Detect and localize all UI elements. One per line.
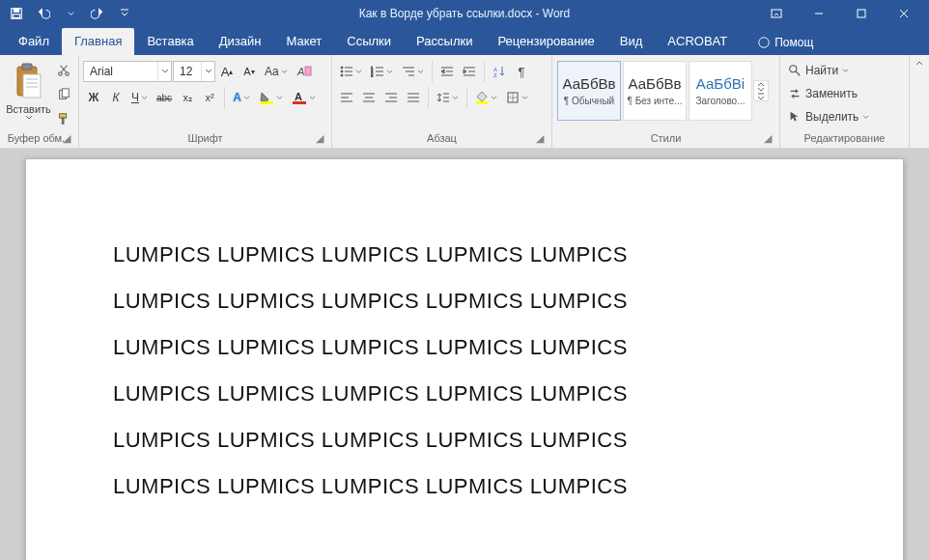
copy-button[interactable] [53,83,74,106]
paragraph-launcher-icon[interactable]: ◢ [534,132,546,144]
clear-formatting-button[interactable]: A [293,60,316,83]
view-tab[interactable]: Вид [607,28,656,55]
styles-scrollbar [753,80,769,101]
italic-button[interactable]: К [105,86,127,109]
file-tab[interactable]: Файл [6,28,62,55]
replace-label: Заменить [805,87,858,100]
svg-line-19 [61,66,67,72]
close-button[interactable] [883,0,925,27]
paragraph-group: 123 AZ ¶ Абзац [332,55,552,148]
style-preview: АаБбВі [696,75,745,92]
format-painter-button[interactable] [53,107,74,130]
grow-font-button[interactable]: A▴ [216,60,238,83]
styles-expand[interactable] [754,93,768,100]
svg-rect-67 [476,101,488,104]
subscript-button[interactable]: x₂ [177,86,198,109]
svg-rect-21 [62,89,69,98]
document-line[interactable]: LUMPICS LUPMICS LUMPICS LUPMICS LUMPICS [113,428,816,453]
increase-indent-button[interactable] [459,60,480,83]
align-right-button[interactable] [380,86,402,109]
minimize-button[interactable] [798,0,840,27]
font-group: Arial 12 A▴ A▾ Aa A Ж К Ч abc x₂ x² [79,55,332,148]
font-color-button[interactable]: A [288,86,320,109]
text-effects-button[interactable]: A [229,86,254,109]
document-line[interactable]: LUMPICS LUPMICS LUMPICS LUPMICS LUMPICS [113,242,816,267]
clipboard-group-label: Буфер обм... ◢ [4,130,74,148]
layout-tab[interactable]: Макет [273,28,334,55]
select-button[interactable]: Выделить [784,106,873,127]
svg-rect-25 [305,67,311,75]
undo-dropdown[interactable] [58,1,83,26]
numbering-button[interactable]: 123 [367,60,397,83]
document-line[interactable]: LUMPICS LUPMICS LUMPICS LUPMICS LUMPICS [113,381,816,406]
align-center-button[interactable] [358,86,380,109]
strikethrough-button[interactable]: abc [153,86,176,109]
style-no-spacing[interactable]: АаБбВв ¶ Без инте... [623,61,687,121]
svg-point-31 [341,70,343,72]
sort-button[interactable]: AZ [489,60,510,83]
styles-launcher-icon[interactable]: ◢ [762,132,774,144]
svg-text:Z: Z [493,72,497,78]
maximize-button[interactable] [840,0,883,27]
superscript-button[interactable]: x² [199,86,220,109]
svg-rect-11 [22,64,32,70]
paragraph-group-label: Абзац ◢ [336,130,548,148]
home-tab[interactable]: Главная [62,28,134,55]
quick-access-toolbar [4,1,137,26]
svg-text:A: A [295,91,302,102]
chevron-down-icon [201,62,214,81]
align-left-button[interactable] [336,86,357,109]
review-tab[interactable]: Рецензирование [485,28,606,55]
shrink-font-button[interactable]: A▾ [239,60,260,83]
bold-button[interactable]: Ж [83,86,104,109]
document-line[interactable]: LUMPICS LUPMICS LUMPICS LUPMICS LUMPICS [113,289,816,314]
font-launcher-icon[interactable]: ◢ [314,132,325,144]
undo-button[interactable] [31,1,56,26]
show-marks-button[interactable]: ¶ [511,60,532,83]
save-button[interactable] [4,1,29,26]
redo-button[interactable] [85,1,110,26]
font-size-combo[interactable]: 12 [173,61,215,82]
font-name-combo[interactable]: Arial [83,61,172,82]
multilevel-list-button[interactable] [398,60,428,83]
mailings-tab[interactable]: Рассылки [404,28,485,55]
design-tab[interactable]: Дизайн [207,28,274,55]
shading-button[interactable] [471,86,501,109]
line-spacing-button[interactable] [433,86,463,109]
svg-rect-6 [858,10,865,17]
svg-rect-1 [14,9,18,13]
references-tab[interactable]: Ссылки [334,28,404,55]
justify-button[interactable] [403,86,424,109]
cut-button[interactable] [53,59,74,82]
document-area[interactable]: LUMPICS LUPMICS LUMPICS LUPMICS LUMPICSL… [0,149,929,560]
underline-button[interactable]: Ч [127,86,152,109]
clipboard-launcher-icon[interactable]: ◢ [61,132,72,144]
window-title: Как в Ворде убрать ссылки.docx - Word [359,7,571,20]
insert-tab[interactable]: Вставка [134,28,206,55]
bullets-button[interactable] [336,60,366,83]
qat-customize-button[interactable] [112,1,137,26]
acrobat-tab[interactable]: ACROBAT [655,28,740,55]
replace-button[interactable]: Заменить [784,83,861,104]
decrease-indent-button[interactable] [436,60,458,83]
find-button[interactable]: Найти [784,60,853,81]
font-size-value: 12 [174,65,201,78]
tell-me-button[interactable]: Помощ [746,30,825,55]
document-line[interactable]: LUMPICS LUPMICS LUMPICS LUPMICS LUMPICS [113,335,816,360]
svg-point-9 [759,38,770,48]
paste-button[interactable]: Вставить [4,57,53,126]
svg-point-17 [66,72,70,76]
borders-button[interactable] [502,86,532,109]
document-line[interactable]: LUMPICS LUPMICS LUMPICS LUPMICS LUMPICS [113,474,816,499]
highlight-button[interactable] [255,86,287,109]
title-bar: Как в Ворде убрать ссылки.docx - Word [0,0,929,27]
style-heading1[interactable]: АаБбВі Заголово... [689,61,752,121]
page[interactable]: LUMPICS LUPMICS LUMPICS LUPMICS LUMPICSL… [25,158,904,560]
svg-rect-26 [260,101,273,104]
chevron-down-icon [157,62,171,81]
ribbon-display-options[interactable] [755,0,798,27]
change-case-button[interactable]: Aa [261,60,292,83]
style-normal[interactable]: АаБбВв ¶ Обычный [557,61,621,121]
collapse-ribbon-button[interactable] [910,55,929,148]
svg-point-72 [790,66,797,72]
